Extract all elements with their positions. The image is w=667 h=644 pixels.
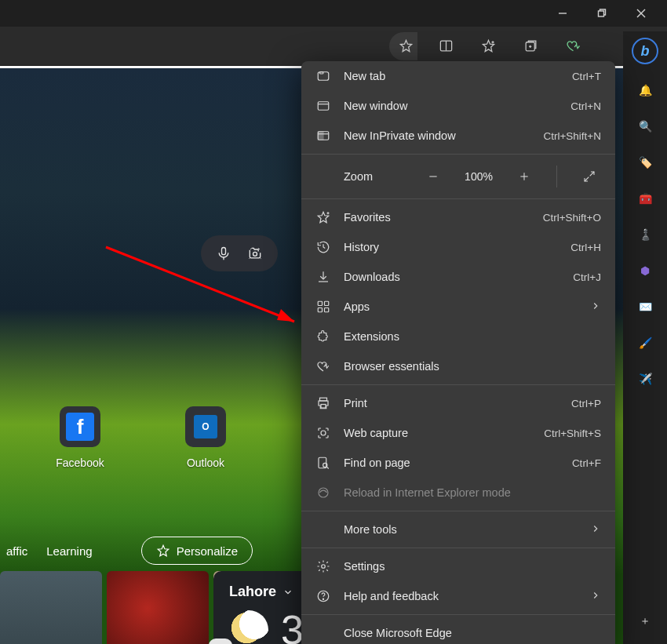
print-icon (315, 396, 331, 410)
sparkle-icon (156, 544, 170, 558)
outlook-icon[interactable]: ✉️ (635, 297, 655, 317)
chevron-right-icon (590, 590, 601, 603)
menu-favorites[interactable]: Favorites Ctrl+Shift+O (301, 202, 615, 232)
zoom-out-button[interactable] (421, 165, 445, 188)
menu-reload-ie-mode: Reload in Internet Explorer mode (301, 478, 615, 508)
window-restore-button[interactable] (592, 3, 612, 24)
voice-search-icon[interactable] (212, 242, 235, 265)
collections-icon[interactable] (516, 32, 545, 60)
notifications-icon[interactable]: 🔔 (635, 80, 655, 100)
feed-tab-learning[interactable]: Learning (45, 541, 93, 561)
quicklink-outlook[interactable]: O Outlook (174, 406, 237, 469)
quicklink-label: Outlook (187, 457, 224, 469)
svg-marker-19 (158, 545, 169, 556)
svg-rect-40 (325, 308, 329, 312)
heartbeat-icon (315, 359, 331, 373)
zoom-percent: 100% (457, 170, 500, 183)
personalize-button[interactable]: Personalize (141, 537, 253, 565)
moon-icon (229, 610, 268, 644)
extensions-icon (315, 329, 331, 344)
menu-print[interactable]: Print Ctrl+P (301, 388, 615, 418)
search-bar-actions (201, 235, 278, 271)
feed-tab-traffic[interactable]: affic (5, 541, 29, 561)
edge-sidebar: b 🔔 🔍 🏷️ 🧰 ♟️ ⬢ ✉️ 🖌️ ✈️ ＋ (623, 31, 667, 644)
download-icon (315, 270, 331, 284)
favorites-sparkle-icon[interactable] (474, 32, 502, 60)
shopping-tag-icon[interactable]: 🏷️ (635, 152, 655, 173)
menu-zoom-row: Zoom 100% (301, 158, 615, 195)
news-thumbnails (0, 571, 243, 644)
svg-rect-37 (318, 301, 322, 305)
window-icon (315, 99, 331, 113)
ie-icon (315, 486, 331, 500)
browser-toolbar (0, 27, 667, 66)
menu-new-tab[interactable]: New tab Ctrl+T (301, 61, 615, 91)
menu-browser-essentials[interactable]: Browser essentials (301, 351, 615, 381)
zoom-label: Zoom (344, 170, 409, 183)
image-search-icon[interactable] (243, 242, 267, 265)
tools-icon[interactable]: 🧰 (635, 188, 655, 209)
add-sidebar-icon[interactable]: ＋ (635, 611, 655, 631)
menu-settings[interactable]: Settings (301, 551, 615, 581)
menu-history[interactable]: History Ctrl+H (301, 232, 615, 262)
split-screen-icon[interactable] (432, 32, 460, 60)
menu-downloads[interactable]: Downloads Ctrl+J (301, 262, 615, 292)
menu-close-edge[interactable]: Close Microsoft Edge (301, 618, 615, 644)
menu-help-feedback[interactable]: Help and feedback (301, 581, 615, 611)
search-page-icon (315, 456, 331, 470)
bing-chat-icon[interactable]: b (632, 38, 658, 64)
window-close-button[interactable] (631, 3, 651, 24)
chevron-down-icon (282, 587, 293, 598)
svg-rect-42 (321, 405, 326, 409)
menu-web-capture[interactable]: Web capture Ctrl+Shift+S (301, 418, 615, 448)
help-icon (315, 589, 331, 603)
svg-rect-25 (318, 132, 323, 140)
send-icon[interactable]: ✈️ (635, 369, 655, 389)
apps-icon (315, 300, 331, 314)
svg-rect-38 (325, 301, 329, 305)
menu-apps[interactable]: Apps (301, 292, 615, 322)
inprivate-icon (315, 129, 331, 143)
search-icon[interactable]: 🔍 (635, 116, 655, 136)
menu-more-tools[interactable]: More tools (301, 515, 615, 544)
quicklink-facebook[interactable]: f Facebook (49, 406, 111, 469)
cloud-icon (209, 639, 232, 644)
menu-new-window[interactable]: New window Ctrl+N (301, 91, 615, 121)
zoom-in-button[interactable] (512, 165, 536, 188)
svg-line-30 (590, 172, 594, 176)
facebook-icon: f (66, 413, 94, 441)
favorite-star-icon[interactable] (389, 32, 417, 60)
svg-point-18 (253, 252, 257, 256)
fullscreen-button[interactable] (578, 165, 601, 188)
svg-point-50 (323, 599, 323, 599)
outlook-icon: O (194, 415, 217, 438)
chevron-right-icon (590, 300, 601, 314)
menu-find-on-page[interactable]: Find on page Ctrl+F (301, 448, 615, 478)
office-icon[interactable]: ⬢ (635, 260, 655, 281)
gear-icon (315, 559, 331, 573)
weather-location: Lahore (229, 584, 276, 600)
chevron-right-icon (590, 523, 601, 537)
news-card[interactable] (0, 571, 102, 644)
svg-line-46 (327, 467, 329, 468)
svg-rect-39 (318, 308, 322, 312)
personalize-label: Personalize (177, 544, 238, 558)
menu-new-inprivate[interactable]: New InPrivate window Ctrl+Shift+N (301, 121, 615, 151)
menu-extensions[interactable]: Extensions (301, 322, 615, 351)
capture-icon (315, 426, 331, 440)
svg-point-48 (322, 565, 326, 569)
svg-rect-21 (320, 72, 324, 74)
svg-point-43 (321, 431, 326, 435)
news-card[interactable] (107, 571, 209, 644)
quicklink-label: Facebook (56, 457, 104, 469)
games-icon[interactable]: ♟️ (635, 224, 655, 245)
window-minimize-button[interactable] (552, 3, 573, 24)
svg-rect-1 (599, 11, 604, 16)
drop-icon[interactable]: 🖌️ (635, 333, 655, 353)
performance-heart-icon[interactable] (559, 32, 587, 60)
window-titlebar (0, 0, 667, 27)
svg-marker-4 (400, 40, 411, 51)
weather-temperature: 3 (281, 606, 304, 644)
svg-line-31 (585, 177, 589, 181)
tab-icon (315, 69, 331, 83)
